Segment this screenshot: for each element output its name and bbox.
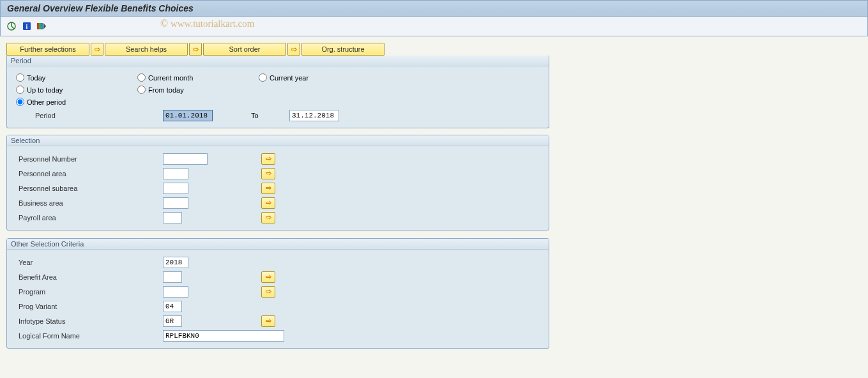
- radio-label: From today: [148, 86, 184, 94]
- radio-current-year[interactable]: Current year: [259, 73, 342, 82]
- sort-order-button[interactable]: Sort order: [203, 43, 286, 56]
- svg-text:i: i: [26, 23, 28, 30]
- payroll-area-label: Payroll area: [16, 214, 163, 222]
- radio-other-period[interactable]: Other period: [16, 98, 99, 106]
- svg-rect-5: [41, 23, 43, 29]
- personnel-area-input[interactable]: [163, 168, 188, 179]
- radio-from-today[interactable]: From today: [137, 86, 220, 94]
- personnel-number-label: Personnel Number: [16, 155, 163, 163]
- benefit-area-input[interactable]: [163, 271, 182, 283]
- selection-header: Selection: [7, 135, 549, 146]
- year-label: Year: [16, 259, 163, 266]
- info-icon[interactable]: i: [21, 20, 33, 32]
- variant-icon[interactable]: [36, 20, 48, 32]
- year-input[interactable]: [163, 257, 188, 268]
- arrow-button-3[interactable]: ⇨: [287, 43, 300, 56]
- program-input[interactable]: [163, 286, 188, 298]
- tab-row: Further selections ⇨ Search helps ⇨ Sort…: [6, 43, 862, 56]
- arrow-button-2[interactable]: ⇨: [189, 43, 202, 56]
- to-label: To: [213, 112, 289, 119]
- infotype-status-label: Infotype Status: [16, 317, 163, 325]
- benefit-area-label: Benefit Area: [16, 273, 163, 281]
- business-area-label: Business area: [16, 199, 163, 207]
- infotype-status-input[interactable]: [163, 315, 182, 327]
- program-label: Program: [16, 288, 163, 296]
- payroll-area-input[interactable]: [163, 212, 182, 223]
- multiselect-button[interactable]: ⇨: [261, 153, 275, 165]
- other-criteria-panel: Other Selection Criteria Year Benefit Ar…: [6, 238, 549, 349]
- multiselect-button[interactable]: ⇨: [261, 286, 275, 298]
- svg-rect-3: [37, 23, 39, 29]
- further-selections-button[interactable]: Further selections: [6, 43, 89, 56]
- logical-form-name-label: Logical Form Name: [16, 332, 163, 340]
- page-title: General Overview Flexible Benefits Choic…: [0, 0, 868, 17]
- period-from-input[interactable]: [163, 110, 213, 121]
- period-label: Period: [16, 112, 163, 119]
- radio-up-to-today[interactable]: Up to today: [16, 86, 99, 94]
- multiselect-button[interactable]: ⇨: [261, 197, 275, 209]
- watermark: © www.tutorialkart.com: [160, 18, 254, 29]
- svg-rect-4: [39, 23, 41, 29]
- toolbar: i © www.tutorialkart.com: [0, 17, 868, 36]
- content-area: Further selections ⇨ Search helps ⇨ Sort…: [0, 36, 868, 355]
- arrow-right-icon: ⇨: [95, 45, 100, 54]
- period-header: Period: [7, 56, 549, 66]
- period-to-input[interactable]: [289, 110, 339, 121]
- radio-label: Other period: [27, 98, 66, 106]
- radio-label: Up to today: [27, 86, 63, 94]
- arrow-button-1[interactable]: ⇨: [91, 43, 103, 56]
- prog-variant-input[interactable]: [163, 301, 182, 312]
- personnel-number-input[interactable]: [163, 153, 208, 165]
- arrow-right-icon: ⇨: [193, 45, 199, 54]
- multiselect-button[interactable]: ⇨: [261, 212, 275, 223]
- period-panel: Period Today Current month Current year …: [6, 56, 549, 128]
- multiselect-button[interactable]: ⇨: [261, 271, 275, 283]
- multiselect-button[interactable]: ⇨: [261, 183, 275, 194]
- radio-label: Current month: [148, 74, 193, 82]
- arrow-right-icon: ⇨: [291, 45, 297, 54]
- multiselect-button[interactable]: ⇨: [261, 315, 275, 327]
- radio-current-month[interactable]: Current month: [137, 73, 220, 82]
- personnel-area-label: Personnel area: [16, 170, 163, 178]
- search-helps-button[interactable]: Search helps: [105, 43, 188, 56]
- radio-today[interactable]: Today: [16, 73, 99, 82]
- business-area-input[interactable]: [163, 197, 188, 209]
- prog-variant-label: Prog Variant: [16, 303, 163, 310]
- personnel-subarea-label: Personnel subarea: [16, 185, 163, 192]
- logical-form-name-input[interactable]: [163, 330, 284, 342]
- radio-label: Today: [27, 74, 45, 82]
- radio-label: Current year: [270, 74, 308, 82]
- execute-icon[interactable]: [6, 20, 17, 32]
- other-criteria-header: Other Selection Criteria: [7, 239, 549, 250]
- selection-panel: Selection Personnel Number ⇨ Personnel a…: [6, 135, 549, 231]
- multiselect-button[interactable]: ⇨: [261, 168, 275, 179]
- personnel-subarea-input[interactable]: [163, 183, 188, 194]
- org-structure-button[interactable]: Org. structure: [301, 43, 385, 56]
